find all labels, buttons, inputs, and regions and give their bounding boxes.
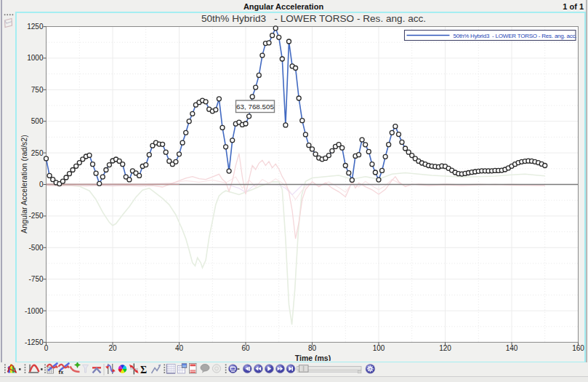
svg-text:0: 0 (44, 344, 48, 352)
svg-text:Time (ms): Time (ms) (294, 354, 330, 361)
svg-text:1250: 1250 (27, 23, 44, 31)
svg-text:50th% Hybrid3 - LOWER TORSO: 50th% Hybrid3 - LOWER TORSO - Res. ang. … (201, 13, 425, 24)
svg-text:63, 768.505: 63, 768.505 (236, 103, 274, 111)
svg-text:500: 500 (31, 117, 43, 125)
svg-text:0: 0 (39, 180, 43, 188)
svg-text:-250: -250 (28, 212, 43, 220)
svg-text:100: 100 (372, 344, 384, 352)
svg-text:-1000: -1000 (24, 307, 43, 315)
svg-text:20: 20 (108, 344, 117, 352)
svg-text:-1250: -1250 (24, 338, 43, 346)
svg-text:160: 160 (572, 344, 584, 352)
svg-text:60: 60 (241, 344, 250, 352)
svg-text:80: 80 (307, 344, 316, 352)
svg-text:50th% Hybrid3 - LOWER TORSO -: 50th% Hybrid3 - LOWER TORSO - Res. ang. … (453, 33, 576, 39)
svg-text:120: 120 (439, 344, 451, 352)
svg-text:x: x (61, 370, 64, 375)
svg-text:40: 40 (174, 344, 183, 352)
svg-text:750: 750 (31, 86, 43, 94)
svg-text:140: 140 (505, 344, 517, 352)
svg-text:Σ: Σ (140, 365, 147, 375)
svg-text:-500: -500 (28, 244, 43, 252)
svg-text:Angular Acceleration (rad/s2): Angular Acceleration (rad/s2) (20, 135, 28, 233)
svg-text:250: 250 (31, 149, 43, 157)
svg-text:1000: 1000 (27, 54, 44, 62)
svg-text:-750: -750 (28, 275, 43, 283)
